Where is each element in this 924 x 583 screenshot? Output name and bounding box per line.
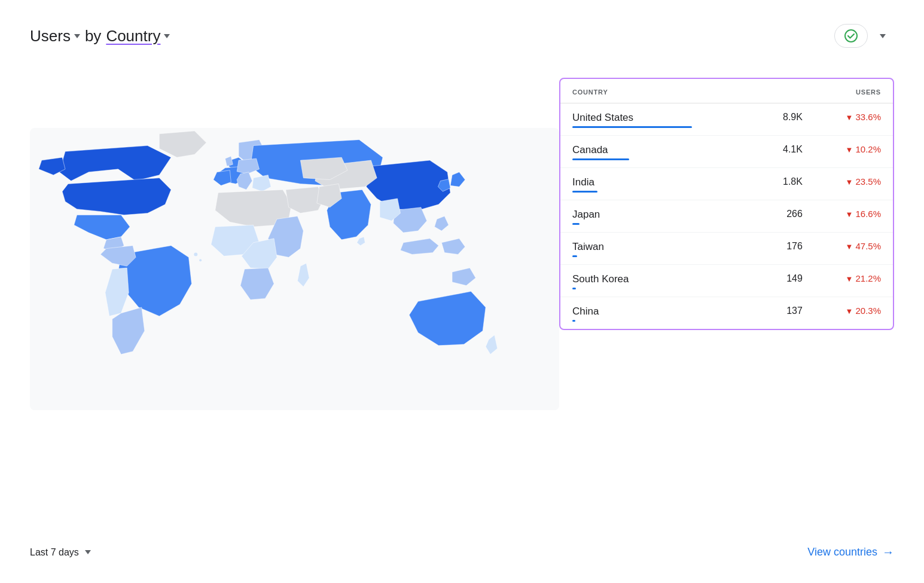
usage-bar — [572, 126, 692, 128]
header-controls — [834, 24, 894, 48]
bar-container — [560, 288, 764, 297]
change-value: ▼ 16.6% — [809, 200, 893, 233]
check-button[interactable] — [834, 24, 868, 48]
usage-bar — [572, 288, 576, 289]
svg-point-2 — [194, 252, 197, 256]
metric-dropdown-icon[interactable] — [74, 34, 80, 38]
bar-container — [560, 223, 764, 232]
country-name: China — [560, 297, 764, 320]
svg-point-3 — [199, 259, 202, 261]
users-value: 8.9K — [764, 103, 809, 136]
change-value: ▼ 10.2% — [809, 136, 893, 168]
users-value: 137 — [764, 297, 809, 329]
bar-container — [560, 158, 764, 167]
change-value: ▼ 21.2% — [809, 265, 893, 297]
view-countries-label: View countries — [807, 546, 877, 558]
bar-container — [560, 320, 764, 329]
down-arrow-icon: ▼ — [845, 210, 853, 219]
down-arrow-icon: ▼ — [845, 178, 853, 187]
world-map: .country-dark { fill: #1a56db; } .countr… — [30, 66, 559, 472]
dimension-selector[interactable]: Country — [106, 27, 170, 45]
metric-selector[interactable]: Users — [30, 27, 80, 45]
footer: Last 7 days View countries → — [30, 533, 894, 559]
dimension-dropdown-icon[interactable] — [164, 34, 170, 38]
country-name: Japan — [560, 200, 764, 223]
data-table-wrapper: COUNTRY USERS United States 8.9K ▼ 33.6%… — [559, 78, 894, 330]
down-arrow-icon: ▼ — [845, 307, 853, 316]
chevron-down-icon — [880, 34, 886, 38]
table-row: India 1.8K ▼ 23.5% — [560, 168, 893, 200]
down-arrow-icon: ▼ — [845, 113, 853, 122]
change-value: ▼ 23.5% — [809, 168, 893, 200]
country-name: Canada — [560, 136, 764, 158]
change-value: ▼ 20.3% — [809, 297, 893, 329]
bar-container — [560, 191, 764, 200]
col-header-country: COUNTRY — [560, 79, 764, 103]
table-row: China 137 ▼ 20.3% — [560, 297, 893, 329]
time-range-selector[interactable]: Last 7 days — [30, 547, 91, 558]
data-table: COUNTRY USERS United States 8.9K ▼ 33.6%… — [560, 79, 893, 329]
map-area: .country-dark { fill: #1a56db; } .countr… — [30, 66, 559, 484]
col-header-users: USERS — [764, 79, 893, 103]
change-value: ▼ 33.6% — [809, 103, 893, 136]
usage-bar — [572, 255, 577, 257]
users-value: 149 — [764, 265, 809, 297]
users-value: 1.8K — [764, 168, 809, 200]
users-value: 176 — [764, 233, 809, 265]
metric-label: Users — [30, 27, 71, 45]
users-value: 266 — [764, 200, 809, 233]
down-arrow-icon: ▼ — [845, 242, 853, 251]
table-row: South Korea 149 ▼ 21.2% — [560, 265, 893, 297]
check-circle-icon — [844, 29, 858, 43]
usage-bar — [572, 191, 597, 193]
svg-point-0 — [845, 30, 857, 42]
usage-bar — [572, 320, 575, 322]
time-range-dropdown-icon[interactable] — [85, 550, 91, 554]
arrow-right-icon: → — [882, 545, 894, 559]
table-row: Taiwan 176 ▼ 47.5% — [560, 233, 893, 265]
table-row: Canada 4.1K ▼ 10.2% — [560, 136, 893, 168]
usage-bar — [572, 158, 629, 160]
time-range-label: Last 7 days — [30, 547, 79, 558]
bar-container — [560, 126, 764, 135]
table-row: United States 8.9K ▼ 33.6% — [560, 103, 893, 136]
down-arrow-icon: ▼ — [845, 274, 853, 283]
main-content: .country-dark { fill: #1a56db; } .countr… — [30, 66, 894, 533]
dimension-label: Country — [106, 27, 160, 45]
country-name: Taiwan — [560, 233, 764, 255]
by-label: by — [85, 27, 101, 45]
title-section: Users by Country — [30, 27, 170, 45]
table-row: Japan 266 ▼ 16.6% — [560, 200, 893, 233]
more-options-button[interactable] — [870, 24, 894, 48]
bar-container — [560, 255, 764, 264]
country-name: United States — [560, 103, 764, 126]
country-name: India — [560, 168, 764, 191]
change-value: ▼ 47.5% — [809, 233, 893, 265]
country-name: South Korea — [560, 265, 764, 288]
view-countries-link[interactable]: View countries → — [807, 545, 894, 559]
header: Users by Country — [30, 24, 894, 48]
users-value: 4.1K — [764, 136, 809, 168]
down-arrow-icon: ▼ — [845, 145, 853, 154]
usage-bar — [572, 223, 580, 225]
